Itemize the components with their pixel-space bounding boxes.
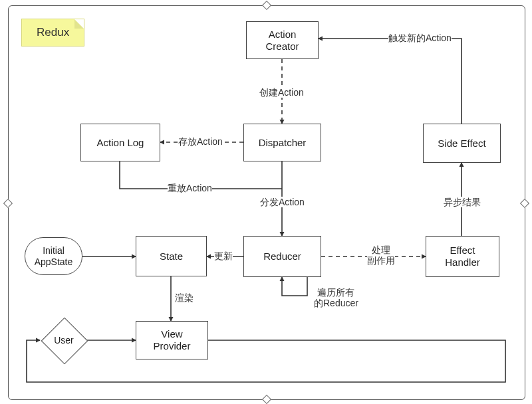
node-user: User [41, 318, 86, 363]
node-action-log: Action Log [80, 124, 160, 161]
edge-label-dispatch-action: 分发Action [260, 197, 305, 207]
node-label: Reducer [263, 251, 301, 262]
node-view-provider: View Provider [136, 321, 208, 359]
edge-label-create-action: 创建Action [259, 87, 304, 98]
node-label: View Provider [154, 328, 191, 352]
node-label: Action Creator [265, 29, 299, 52]
node-label: Action Log [97, 137, 144, 149]
edge-label-handle-side-effect: 处理 副作用 [367, 245, 395, 266]
node-side-effect: Side Effect [423, 124, 501, 163]
node-label: Dispatcher [259, 137, 307, 149]
title-sticky: Redux [21, 19, 84, 47]
node-label: Side Effect [438, 138, 485, 150]
node-label: Initial AppState [35, 245, 73, 268]
edge-label-async-result: 异步结果 [444, 197, 481, 207]
node-label: State [160, 251, 183, 262]
node-label: User [54, 335, 74, 346]
node-dispatcher: Dispatcher [243, 124, 321, 161]
edge-label-replay-action: 重放Action [168, 183, 212, 193]
node-label: Effect Handler [445, 245, 480, 268]
node-state: State [136, 236, 207, 276]
node-reducer: Reducer [243, 236, 321, 277]
edge-label-iterate-reducers: 遍历所有 的Reducer [314, 287, 358, 308]
diagram-canvas: Redux [0, 0, 532, 404]
title-text: Redux [37, 26, 69, 39]
edge-label-render: 渲染 [175, 292, 194, 303]
node-effect-handler: Effect Handler [426, 236, 499, 277]
edge-label-trigger-new-action: 触发新的Action [388, 33, 452, 43]
node-initial-appstate: Initial AppState [25, 237, 82, 275]
edge-label-store-action: 存放Action [178, 136, 223, 147]
edge-label-update: 更新 [214, 251, 233, 261]
node-action-creator: Action Creator [246, 21, 319, 59]
